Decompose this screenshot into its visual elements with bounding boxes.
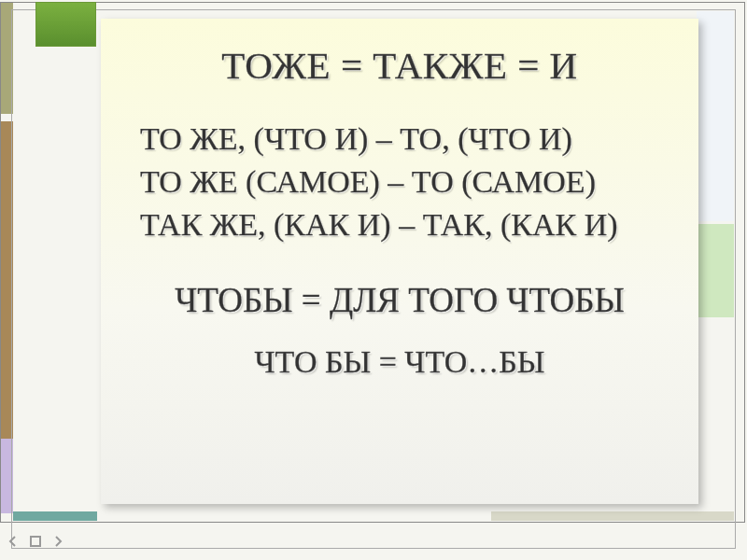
nav-next-icon[interactable] — [50, 534, 65, 549]
nav-controls — [6, 534, 65, 549]
body-line-2: ТО ЖЕ (САМОЕ) – ТО (САМОЕ) — [140, 161, 680, 203]
body-block: ТО ЖЕ, (ЧТО И) – ТО, (ЧТО И) ТО ЖЕ (САМО… — [120, 118, 680, 246]
body-line-3: ТАК ЖЕ, (КАК И) – ТАК, (КАК И) — [140, 203, 680, 246]
deco-green-square — [35, 2, 96, 47]
slide-panel: ТОЖЕ = ТАКЖЕ = И ТО ЖЕ, (ЧТО И) – ТО, (Ч… — [101, 19, 698, 504]
nav-menu-icon[interactable] — [28, 534, 43, 549]
body-line-1: ТО ЖЕ, (ЧТО И) – ТО, (ЧТО И) — [140, 118, 680, 161]
subtitle-1: ЧТОБЫ = ДЛЯ ТОГО ЧТОБЫ — [120, 280, 680, 320]
slide-content: ТОЖЕ = ТАКЖЕ = И ТО ЖЕ, (ЧТО И) – ТО, (Ч… — [101, 19, 698, 380]
svg-rect-0 — [31, 537, 40, 546]
subtitle-2: ЧТО БЫ = ЧТО…БЫ — [120, 344, 680, 380]
slide-title: ТОЖЕ = ТАКЖЕ = И — [120, 43, 680, 88]
nav-prev-icon[interactable] — [6, 534, 21, 549]
